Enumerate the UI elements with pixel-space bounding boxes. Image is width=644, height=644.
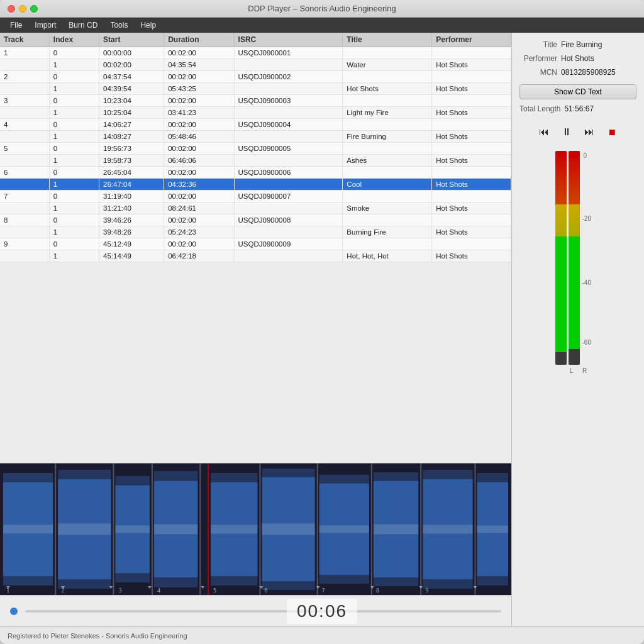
- table-row[interactable]: 4014:06:2700:02:00USQDJ0900004: [0, 119, 511, 131]
- cell-title: Fire Burning: [343, 131, 432, 143]
- table-row[interactable]: 100:02:0004:35:54WaterHot Shots: [0, 59, 511, 71]
- table-row[interactable]: 145:14:4906:42:18Hot, Hot, HotHot Shots: [0, 250, 511, 262]
- pause-button[interactable]: ⏸: [558, 123, 575, 141]
- cell-performer: Hot Shots: [432, 203, 511, 214]
- main-content: Track Index Start Duration ISRC Title Pe…: [0, 33, 644, 626]
- fast-forward-button[interactable]: ⏭: [580, 123, 598, 141]
- progress-indicator[interactable]: [10, 608, 18, 615]
- cell-track: 2: [0, 71, 49, 83]
- minimize-button[interactable]: [19, 5, 26, 13]
- table-row[interactable]: 8039:46:2600:02:00USQDJ0900008: [0, 214, 511, 226]
- table-row[interactable]: 139:48:2605:24:23Burning FireHot Shots: [0, 226, 511, 238]
- show-cd-text-button[interactable]: Show CD Text: [519, 84, 636, 99]
- cell-start: 14:08:27: [99, 131, 164, 143]
- col-track: Track: [0, 33, 49, 47]
- svg-rect-3: [55, 464, 56, 595]
- svg-rect-35: [154, 525, 197, 535]
- cell-duration: 00:02:00: [164, 238, 234, 250]
- cell-isrc: USQDJ0900007: [234, 191, 343, 203]
- cell-title: Hot Shots: [343, 83, 432, 95]
- cell-duration: 05:48:46: [164, 131, 234, 143]
- vu-scale: 0 -20 -40 -60: [582, 151, 601, 365]
- cell-title: Light my Fire: [343, 107, 432, 119]
- table-row[interactable]: 2004:37:5400:02:00USQDJ0900002: [0, 71, 511, 83]
- table-row[interactable]: 5019:56:7300:02:00USQDJ0900005: [0, 143, 511, 155]
- cell-performer: Hot Shots: [432, 155, 511, 167]
- menu-file[interactable]: File: [5, 19, 27, 31]
- cell-title: Smoke: [343, 203, 432, 214]
- cell-duration: 04:35:54: [164, 59, 234, 71]
- waveform-container[interactable]: 1 2 3 4 5 6 7 8 9: [0, 463, 511, 595]
- cell-title: [343, 191, 432, 203]
- svg-rect-41: [477, 526, 508, 533]
- cell-isrc: [234, 83, 343, 95]
- table-row[interactable]: 7031:19:4000:02:00USQDJ0900007: [0, 191, 511, 203]
- performer-value: Hot Shots: [561, 54, 594, 63]
- svg-rect-26: [420, 464, 421, 595]
- stop-to-start-button[interactable]: ⏹: [603, 123, 621, 141]
- cell-index: 0: [49, 71, 99, 83]
- cell-track: [0, 155, 49, 167]
- track-table[interactable]: Track Index Start Duration ISRC Title Pe…: [0, 33, 511, 463]
- svg-text:9: 9: [425, 587, 428, 594]
- cell-duration: 00:02:00: [164, 119, 234, 131]
- cell-index: 1: [49, 83, 99, 95]
- menu-tools[interactable]: Tools: [105, 19, 133, 31]
- cell-title: Ashes: [343, 155, 432, 167]
- table-row[interactable]: 110:25:0403:41:23Light my FireHot Shots: [0, 107, 511, 119]
- waveform-svg: 1 2 3 4 5 6 7 8 9: [0, 464, 511, 595]
- cell-start: 10:23:04: [99, 95, 164, 107]
- svg-rect-20: [317, 464, 318, 595]
- menu-burn-cd[interactable]: Burn CD: [64, 19, 103, 31]
- cell-title: [343, 71, 432, 83]
- cell-performer: [432, 214, 511, 226]
- svg-rect-6: [113, 464, 114, 595]
- cell-isrc: [234, 250, 343, 262]
- menu-help[interactable]: Help: [135, 19, 161, 31]
- cell-track: [0, 83, 49, 95]
- cell-title: [343, 95, 432, 107]
- vu-labels: L R: [566, 367, 591, 374]
- col-performer: Performer: [432, 33, 511, 47]
- close-button[interactable]: [8, 5, 15, 13]
- table-row[interactable]: 131:21:4008:24:61SmokeHot Shots: [0, 203, 511, 214]
- cell-title: [343, 47, 432, 59]
- cell-performer: [432, 191, 511, 203]
- title-value: Fire Burning: [561, 40, 602, 49]
- table-header-row: Track Index Start Duration ISRC Title Pe…: [0, 33, 511, 47]
- progress-bar[interactable]: [25, 610, 501, 613]
- transport-bar: 00:06: [0, 595, 511, 626]
- traffic-lights: [8, 5, 38, 13]
- table-row[interactable]: 104:39:5405:43:25Hot ShotsHot Shots: [0, 83, 511, 95]
- cell-isrc: [234, 179, 343, 191]
- menu-import[interactable]: Import: [30, 19, 61, 31]
- maximize-button[interactable]: [30, 5, 38, 13]
- tracks-table: Track Index Start Duration ISRC Title Pe…: [0, 33, 511, 262]
- table-row[interactable]: 126:47:0404:32:36CoolHot Shots: [0, 179, 511, 191]
- cell-title: Cool: [343, 179, 432, 191]
- cell-title: [343, 167, 432, 179]
- cell-start: 39:48:26: [99, 226, 164, 238]
- rewind-button[interactable]: ⏮: [535, 123, 553, 141]
- cell-title: Burning Fire: [343, 226, 432, 238]
- cell-start: 26:47:04: [99, 179, 164, 191]
- table-row[interactable]: 1000:00:0000:02:00USQDJ0900001: [0, 47, 511, 59]
- table-row[interactable]: 6026:45:0400:02:00USQDJ0900006: [0, 167, 511, 179]
- svg-rect-33: [58, 524, 111, 535]
- left-panel: Track Index Start Duration ISRC Title Pe…: [0, 33, 512, 626]
- table-row[interactable]: 9045:12:4900:02:00USQDJ0900009: [0, 238, 511, 250]
- table-row[interactable]: 114:08:2705:48:46Fire BurningHot Shots: [0, 131, 511, 143]
- cell-performer: Hot Shots: [432, 107, 511, 119]
- table-row[interactable]: 3010:23:0400:02:00USQDJ0900003: [0, 95, 511, 107]
- table-row[interactable]: 119:58:7306:46:06AshesHot Shots: [0, 155, 511, 167]
- cell-performer: [432, 47, 511, 59]
- cell-title: Hot, Hot, Hot: [343, 250, 432, 262]
- svg-rect-17: [259, 464, 260, 595]
- cell-track: 7: [0, 191, 49, 203]
- cell-isrc: USQDJ0900004: [234, 119, 343, 131]
- vu-bar-left: [555, 151, 567, 365]
- cell-track: 1: [0, 47, 49, 59]
- vu-label-r: R: [579, 367, 591, 374]
- svg-text:8: 8: [376, 587, 379, 594]
- cell-isrc: [234, 107, 343, 119]
